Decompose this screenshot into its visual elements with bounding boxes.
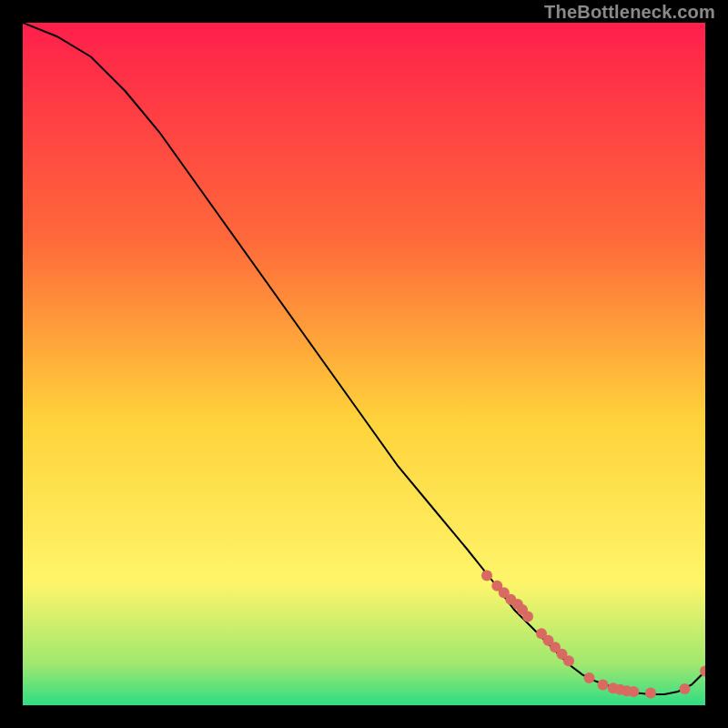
plot-area [23, 23, 705, 705]
marker-point [645, 688, 656, 699]
chart-svg [23, 23, 705, 705]
marker-point [628, 686, 639, 697]
watermark-text: TheBottleneck.com [544, 2, 715, 23]
gradient-background [23, 23, 705, 705]
chart-stage: TheBottleneck.com [0, 0, 728, 728]
marker-point [598, 680, 609, 691]
marker-point [563, 655, 574, 666]
marker-point [522, 612, 533, 622]
marker-point [584, 672, 595, 683]
marker-point [481, 571, 492, 581]
marker-point [680, 683, 691, 694]
